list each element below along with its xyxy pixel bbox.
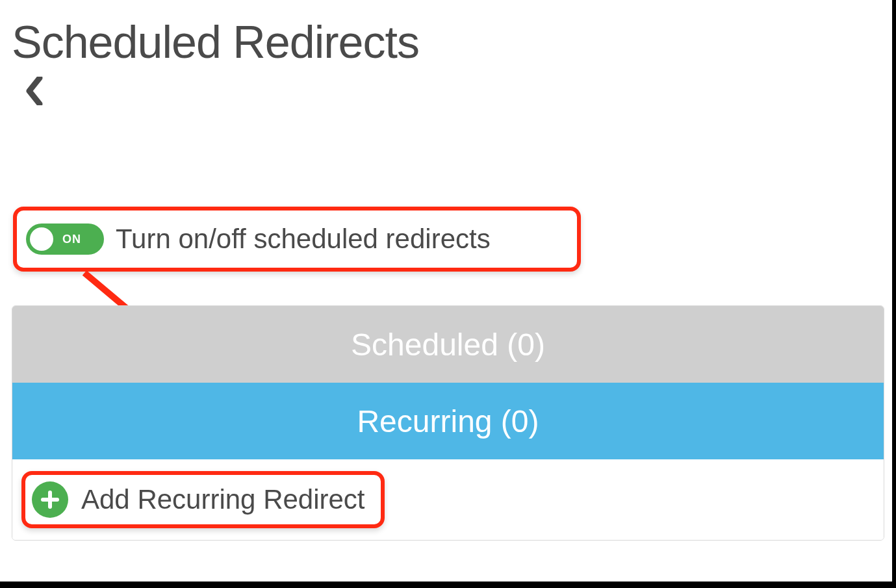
toggle-highlight-annotation: ON Turn on/off scheduled redirects <box>13 207 581 272</box>
page-title: Scheduled Redirects <box>12 16 884 68</box>
tab-scheduled[interactable]: Scheduled (0) <box>12 306 884 383</box>
tab-recurring[interactable]: Recurring (0) <box>12 383 884 459</box>
tab-recurring-label: Recurring (0) <box>357 403 539 439</box>
frame-right-border <box>892 0 896 588</box>
add-recurring-redirect-button[interactable]: Add Recurring Redirect <box>21 471 385 528</box>
chevron-left-icon <box>25 77 44 105</box>
toggle-state-text: ON <box>62 233 81 246</box>
plus-icon <box>40 490 60 509</box>
redirect-tabs-panel: Scheduled (0) Recurring (0) Add Recurrin… <box>12 305 884 541</box>
plus-circle-icon <box>32 481 68 518</box>
scheduled-redirects-toggle[interactable]: ON <box>26 224 104 255</box>
back-button[interactable] <box>18 75 51 107</box>
toggle-label: Turn on/off scheduled redirects <box>116 224 491 255</box>
toggle-knob <box>30 227 53 251</box>
frame-bottom-border <box>0 582 896 588</box>
tab-scheduled-label: Scheduled (0) <box>351 327 545 363</box>
add-row: Add Recurring Redirect <box>12 459 884 540</box>
add-recurring-label: Add Recurring Redirect <box>81 484 365 515</box>
